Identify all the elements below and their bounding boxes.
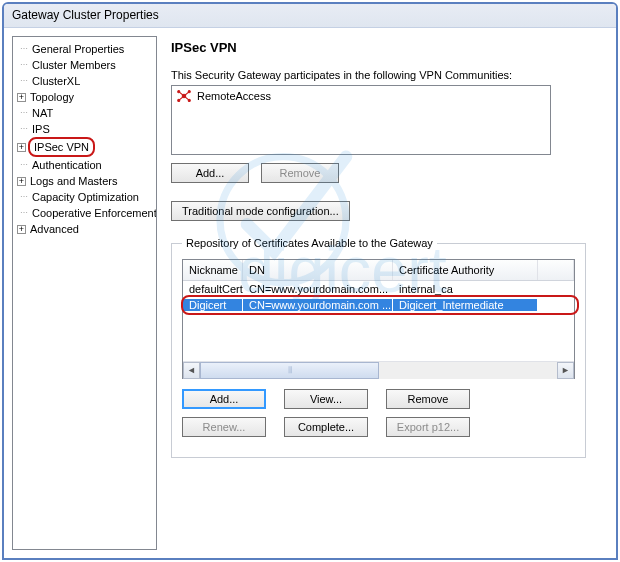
cert-export-button: Export p12... — [386, 417, 470, 437]
vpn-community-item[interactable]: RemoteAccess — [177, 89, 545, 103]
expand-icon[interactable]: + — [17, 177, 26, 186]
table-row-selected[interactable]: Digicert CN=www.yourdomain.com ... Digic… — [183, 297, 574, 313]
add-community-button[interactable]: Add... — [171, 163, 249, 183]
tree-item-topology[interactable]: +Topology — [17, 89, 154, 105]
cert-table-body: defaultCert CN=www.yourdomain.com... int… — [183, 281, 574, 361]
tree-item-clusterxl[interactable]: ClusterXL — [17, 73, 154, 89]
tree-highlight: IPSec VPN — [28, 137, 95, 157]
cert-table-header: Nickname DN Certificate Authority — [183, 260, 574, 281]
tree-item-ips[interactable]: IPS — [17, 121, 154, 137]
cell-nickname: Digicert — [183, 299, 243, 311]
titlebar[interactable]: Gateway Cluster Properties — [4, 4, 616, 28]
content-area: General Properties Cluster Members Clust… — [4, 28, 616, 558]
vpn-communities-list[interactable]: RemoteAccess — [171, 85, 551, 155]
cert-repo-legend: Repository of Certificates Available to … — [182, 237, 437, 249]
tree-item-ipsec-vpn[interactable]: +IPSec VPN — [17, 137, 154, 157]
svg-point-5 — [178, 91, 180, 93]
tree-item-advanced[interactable]: +Advanced — [17, 221, 154, 237]
cert-buttons: Add... View... Remove Renew... Complete.… — [182, 389, 575, 437]
tree-item-nat[interactable]: NAT — [17, 105, 154, 121]
remove-community-button: Remove — [261, 163, 339, 183]
expand-icon[interactable]: + — [17, 225, 26, 234]
col-nickname[interactable]: Nickname — [183, 260, 243, 280]
table-spacer — [183, 313, 574, 361]
scroll-track[interactable] — [200, 362, 557, 379]
svg-point-8 — [188, 99, 190, 101]
communities-buttons: Add... Remove — [171, 163, 604, 183]
cell-ca: Digicert_Intermediate — [393, 299, 538, 311]
col-dn[interactable]: DN — [243, 260, 393, 280]
scroll-right-icon[interactable]: ► — [557, 362, 574, 379]
svg-point-7 — [178, 99, 180, 101]
remote-access-icon — [177, 89, 191, 103]
cert-renew-button: Renew... — [182, 417, 266, 437]
cell-ca: internal_ca — [393, 283, 538, 295]
tree-item-general-properties[interactable]: General Properties — [17, 41, 154, 57]
cell-nickname: defaultCert — [183, 283, 243, 295]
sidebar-tree[interactable]: General Properties Cluster Members Clust… — [12, 36, 157, 550]
traditional-mode-button[interactable]: Traditional mode configuration... — [171, 201, 350, 221]
cell-dn: CN=www.yourdomain.com... — [243, 283, 393, 295]
cert-remove-button[interactable]: Remove — [386, 389, 470, 409]
dialog-window: Gateway Cluster Properties General Prope… — [2, 2, 618, 560]
tree-item-authentication[interactable]: Authentication — [17, 157, 154, 173]
cert-complete-button[interactable]: Complete... — [284, 417, 368, 437]
tree-item-logs-and-masters[interactable]: +Logs and Masters — [17, 173, 154, 189]
vpn-community-name: RemoteAccess — [197, 90, 271, 102]
cert-table[interactable]: Nickname DN Certificate Authority defaul… — [182, 259, 575, 379]
cell-dn: CN=www.yourdomain.com ... — [243, 299, 393, 311]
cert-view-button[interactable]: View... — [284, 389, 368, 409]
cert-add-button[interactable]: Add... — [182, 389, 266, 409]
svg-point-6 — [188, 91, 190, 93]
expand-icon[interactable]: + — [17, 93, 26, 102]
scroll-thumb[interactable] — [200, 362, 379, 379]
titlebar-text: Gateway Cluster Properties — [12, 8, 159, 22]
cert-repo-group: Repository of Certificates Available to … — [171, 237, 586, 458]
table-row[interactable]: defaultCert CN=www.yourdomain.com... int… — [183, 281, 574, 297]
tree-item-capacity-optimization[interactable]: Capacity Optimization — [17, 189, 154, 205]
scroll-left-icon[interactable]: ◄ — [183, 362, 200, 379]
col-spacer — [538, 260, 574, 280]
page-title: IPSec VPN — [171, 40, 604, 55]
horizontal-scrollbar[interactable]: ◄ ► — [183, 361, 574, 378]
tree-item-cooperative-enforcement[interactable]: Cooperative Enforcement — [17, 205, 154, 221]
expand-icon[interactable]: + — [17, 143, 26, 152]
main-panel: IPSec VPN This Security Gateway particip… — [167, 36, 608, 550]
col-ca[interactable]: Certificate Authority — [393, 260, 538, 280]
cert-complete-highlight: Complete... — [284, 417, 368, 437]
communities-description: This Security Gateway participates in th… — [171, 69, 604, 81]
tree-item-cluster-members[interactable]: Cluster Members — [17, 57, 154, 73]
